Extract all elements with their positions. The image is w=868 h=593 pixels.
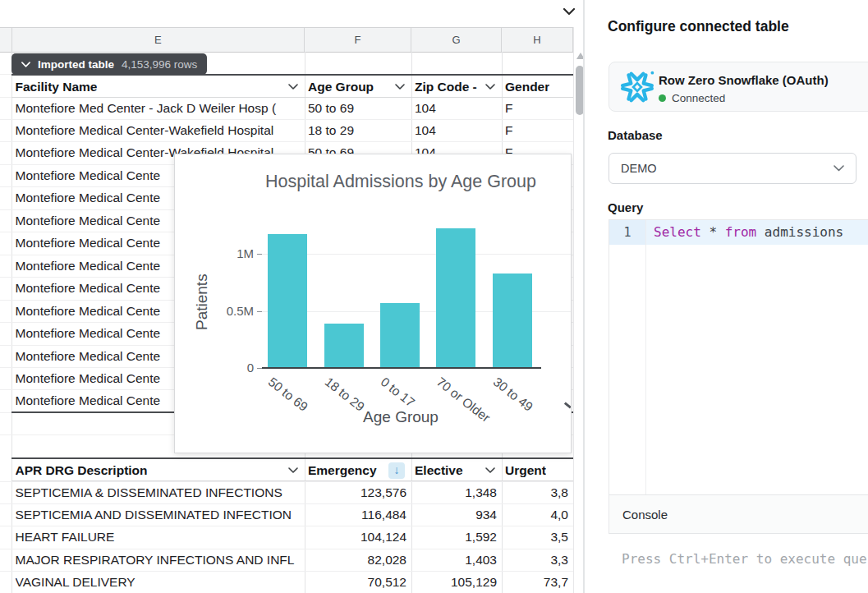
chevron-down-icon[interactable] — [288, 84, 298, 90]
column-letter-F[interactable]: F — [305, 28, 411, 52]
database-selected-value: DEMO — [621, 162, 657, 175]
table2-cell[interactable]: 1,403 — [415, 549, 497, 571]
table1-cell[interactable]: 104 — [415, 119, 497, 141]
code-token-keyword: from — [725, 224, 757, 240]
table2-cell[interactable]: 104,124 — [308, 526, 406, 548]
chevron-down-icon[interactable] — [485, 84, 495, 90]
header-label: Gender — [505, 76, 549, 98]
column-letter-sliver[interactable] — [0, 28, 12, 52]
table2-cell[interactable]: VAGINAL DELIVERY — [16, 571, 301, 593]
table2-cell[interactable]: 1,348 — [415, 481, 497, 503]
database-select[interactable]: DEMO — [609, 153, 857, 184]
query-code-line[interactable]: Select * from admissions — [654, 220, 843, 245]
table1-cell[interactable]: Montefiore Med Center - Jack D Weiler Ho… — [16, 97, 301, 119]
chevron-down-icon[interactable] — [561, 4, 577, 19]
table1-cell[interactable]: 50 to 69 — [308, 97, 406, 119]
page-title: Configure connected table — [608, 18, 789, 35]
x-tick-label: 0 to 17 — [378, 375, 417, 410]
chart-bar — [436, 228, 475, 368]
table1-header-3[interactable]: Gender — [505, 76, 567, 98]
gutter-divider — [645, 220, 646, 494]
table2-cell[interactable]: 1,592 — [415, 526, 497, 548]
y-axis-title: Patients — [193, 253, 214, 352]
table1-cell[interactable]: F — [505, 119, 568, 141]
column-letter-row: EFGH — [0, 27, 573, 53]
header-label: Elective — [415, 459, 463, 481]
connection-card[interactable]: Row Zero Snowflake (OAuth) Connected — [609, 62, 868, 112]
rowzero-app: EFGH Imported table 4,153,996 rows Facil… — [0, 0, 868, 593]
table2-cell[interactable]: 4,0 — [505, 503, 568, 526]
code-token-plain: * — [701, 224, 725, 240]
table1-header-2[interactable]: Zip Code - — [415, 76, 495, 98]
header-label: Age Group — [308, 76, 374, 98]
table2-header-1[interactable]: Emergency↓ — [308, 459, 405, 481]
clipped-label-mark — [564, 402, 572, 408]
table2-cell[interactable]: 3,8 — [505, 481, 568, 503]
table1-cell[interactable]: F — [505, 97, 568, 119]
table2-cell[interactable]: 105,129 — [415, 571, 497, 593]
header-label: Zip Code - — [415, 76, 477, 98]
header-label: Emergency — [308, 459, 377, 481]
table1-cell[interactable]: 18 to 29 — [308, 119, 406, 141]
chart-gridline — [262, 254, 571, 255]
code-token-keyword: Select — [654, 224, 701, 240]
table2-header-3[interactable]: Urgent — [505, 459, 567, 481]
snowflake-icon — [620, 70, 654, 104]
chart-bar — [324, 324, 364, 368]
chart-bar — [268, 234, 307, 368]
y-tick — [257, 254, 262, 255]
imported-table-badge[interactable]: Imported table 4,153,996 rows — [11, 53, 207, 75]
code-token-plain: admissions — [756, 224, 843, 240]
table1-cell[interactable]: Montefiore Medical Center-Wakefield Hosp… — [16, 119, 301, 141]
table2-cell[interactable]: 123,576 — [308, 481, 406, 503]
header-label: Facility Name — [16, 76, 98, 98]
y-tick-label: 0 — [200, 361, 254, 375]
console-hint: Press Ctrl+Enter to execute que — [622, 551, 867, 567]
badge-label: Imported table — [38, 58, 114, 71]
table2-cell[interactable]: 3,5 — [505, 526, 568, 548]
console-label: Console — [622, 508, 668, 522]
sort-descending-icon[interactable]: ↓ — [388, 462, 405, 479]
spreadsheet-pane: EFGH Imported table 4,153,996 rows Facil… — [0, 0, 585, 593]
table1-cell[interactable]: 104 — [415, 97, 497, 119]
column-letter-E[interactable]: E — [12, 28, 305, 52]
status-label: Connected — [672, 92, 725, 104]
chevron-down-icon[interactable] — [485, 467, 495, 473]
chevron-down-icon — [834, 165, 844, 172]
chart-bar — [493, 274, 532, 368]
x-axis-line — [262, 367, 541, 369]
table2-cell[interactable]: MAJOR RESPIRATORY INFECTIONS AND INFL — [16, 549, 301, 571]
console-header: Console — [609, 494, 868, 534]
chart-bar — [380, 303, 420, 368]
connection-status: Connected — [659, 92, 725, 104]
query-label: Query — [608, 200, 643, 214]
table1-header-1[interactable]: Age Group — [308, 76, 405, 98]
database-label: Database — [608, 128, 663, 142]
table2-cell[interactable]: 70,512 — [308, 571, 406, 593]
status-dot — [659, 94, 666, 102]
chart-panel[interactable]: Hospital Admissions by Age Group00.5M1M5… — [174, 154, 572, 453]
table2-cell[interactable]: SEPTICEMIA & DISSEMINATED INFECTIONS — [16, 481, 301, 503]
x-axis-title: Age Group — [175, 408, 572, 426]
chevron-down-icon — [21, 62, 30, 67]
table2-cell[interactable]: 116,484 — [308, 503, 406, 526]
table2-header-0[interactable]: APR DRG Description — [16, 459, 299, 481]
column-letter-H[interactable]: H — [502, 28, 573, 52]
header-label: Urgent — [505, 459, 546, 481]
y-tick — [257, 311, 262, 312]
chevron-down-icon[interactable] — [395, 84, 405, 90]
table2-cell[interactable]: 73,7 — [505, 571, 568, 593]
table2-cell[interactable]: 82,028 — [308, 549, 406, 571]
column-letter-G[interactable]: G — [411, 28, 502, 52]
table2-cell[interactable]: 934 — [415, 503, 497, 526]
query-editor[interactable]: 1 Select * from admissions — [609, 219, 868, 494]
line-number: 1 — [609, 220, 645, 245]
table2-cell[interactable]: SEPTICEMIA AND DISSEMINATED INFECTION — [16, 503, 301, 526]
table2-cell[interactable]: HEART FAILURE — [16, 526, 301, 548]
table1-header-0[interactable]: Facility Name — [16, 76, 299, 98]
pane-divider — [583, 0, 585, 593]
chevron-down-icon[interactable] — [288, 467, 298, 473]
header-label: APR DRG Description — [16, 459, 148, 481]
table2-header-2[interactable]: Elective — [415, 459, 495, 481]
table2-cell[interactable]: 3,3 — [505, 549, 568, 571]
